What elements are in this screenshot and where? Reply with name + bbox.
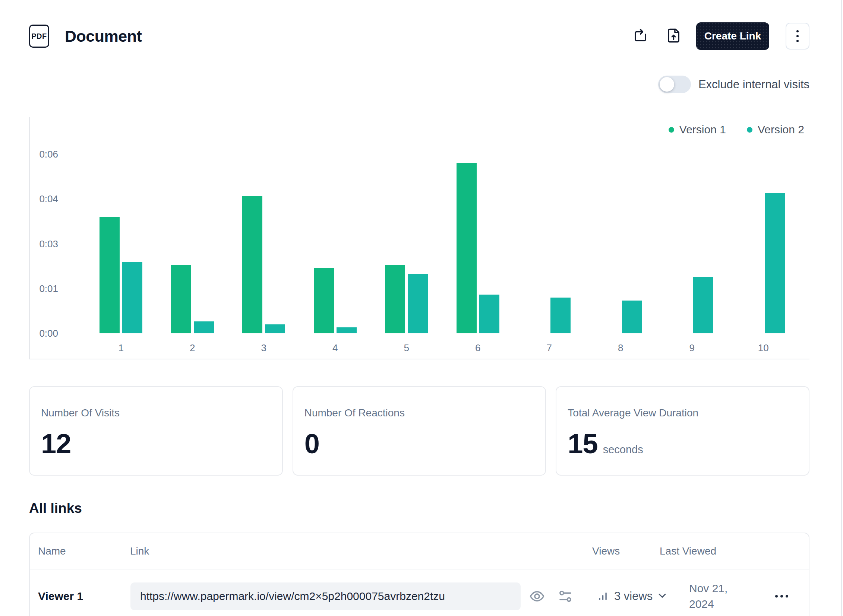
toggle-thumb <box>660 77 674 92</box>
bar-version-2-page-2[interactable] <box>194 321 214 333</box>
stat-value: 12 <box>41 428 71 460</box>
preview-link-button[interactable] <box>529 588 545 604</box>
column-header-last-viewed: Last Viewed <box>660 545 716 557</box>
y-axis-tick-label: 0:00 <box>30 328 58 339</box>
x-axis-tick-label: 2 <box>177 342 207 354</box>
bar-version-2-page-10[interactable] <box>765 193 785 333</box>
all-links-heading: All links <box>29 500 82 516</box>
bar-version-1-page-6[interactable] <box>456 163 477 333</box>
bar-version-1-page-3[interactable] <box>242 196 262 333</box>
stat-card-reactions: Number Of Reactions 0 <box>293 386 546 475</box>
stat-label: Number Of Reactions <box>305 407 534 419</box>
x-axis-tick-label: 5 <box>392 342 422 354</box>
y-axis-tick-label: 0:04 <box>30 193 58 205</box>
bar-version-1-page-5[interactable] <box>385 265 405 333</box>
bar-version-1-page-4[interactable] <box>314 268 334 333</box>
link-url-pill[interactable]: https://www.papermark.io/view/cm2×5p2h00… <box>131 582 521 610</box>
document-analytics-page: PDF Document <box>0 0 843 616</box>
scrollbar-track[interactable] <box>841 0 842 616</box>
y-axis-tick-label: 0:03 <box>30 238 58 250</box>
y-axis-tick-label: 0:06 <box>30 149 58 160</box>
x-axis-tick-label: 1 <box>106 342 136 354</box>
bar-version-2-page-6[interactable] <box>479 295 499 333</box>
links-table: Name Link Views Last Viewed Viewer 1 htt… <box>29 532 809 616</box>
views-dropdown[interactable]: 3 views <box>597 589 668 603</box>
bar-version-1-page-1[interactable] <box>100 217 120 333</box>
header-actions: Create Link <box>633 22 809 50</box>
x-axis-tick-label: 9 <box>677 342 707 354</box>
y-axis-tick-label: 0:01 <box>30 283 58 295</box>
ellipsis-icon <box>775 595 791 597</box>
pdf-file-type-badge: PDF <box>29 25 49 48</box>
view-duration-chart: Version 1 Version 2 0:000:010:030:040:06… <box>29 117 809 359</box>
bar-version-2-page-3[interactable] <box>265 324 285 333</box>
bar-version-2-page-5[interactable] <box>408 274 428 333</box>
page-header: PDF Document <box>29 22 809 51</box>
bar-version-2-page-7[interactable] <box>550 298 571 333</box>
x-axis-tick-label: 6 <box>463 342 493 354</box>
page-title: Document <box>65 27 141 45</box>
bar-version-1-page-2[interactable] <box>171 265 191 333</box>
x-axis-tick-label: 8 <box>606 342 636 354</box>
stat-value-suffix: seconds <box>603 444 643 456</box>
exclude-internal-visits-row: Exclude internal visits <box>658 76 809 93</box>
x-axis-tick-label: 7 <box>534 342 564 354</box>
last-viewed-date: Nov 21, 2024 <box>689 581 727 612</box>
exclude-internal-visits-label: Exclude internal visits <box>699 78 809 91</box>
column-header-name: Name <box>38 545 66 557</box>
x-axis-tick-label: 3 <box>249 342 279 354</box>
link-row: Viewer 1 https://www.papermark.io/view/c… <box>30 569 809 616</box>
column-header-link: Link <box>130 545 149 557</box>
stat-value: 15 <box>568 428 597 460</box>
stat-card-visits: Number Of Visits 12 <box>29 386 283 475</box>
kebab-menu-icon <box>796 29 799 44</box>
chart-plot-area: 0:000:010:030:040:0612345678910 <box>30 117 809 359</box>
bar-version-2-page-1[interactable] <box>122 262 142 333</box>
exclude-internal-visits-toggle[interactable] <box>658 76 691 93</box>
chevron-down-icon <box>656 590 668 603</box>
bar-chart-icon <box>597 589 610 603</box>
stat-label: Number Of Visits <box>41 407 271 419</box>
file-upload-icon <box>666 28 681 44</box>
column-header-views: Views <box>592 545 620 557</box>
date-line-1: Nov 21, <box>689 582 727 594</box>
create-link-label: Create Link <box>704 30 761 42</box>
upload-new-version-button[interactable] <box>666 28 681 44</box>
update-document-button[interactable] <box>633 28 648 44</box>
settings-sliders-icon <box>558 588 573 604</box>
x-axis-tick-label: 10 <box>748 342 778 354</box>
pdf-badge-label: PDF <box>31 32 47 41</box>
views-count: 3 views <box>614 590 653 603</box>
link-url-text: https://www.papermark.io/view/cm2×5p2h00… <box>140 590 445 603</box>
link-settings-button[interactable] <box>558 588 573 604</box>
more-options-button[interactable] <box>786 23 809 50</box>
stat-card-avg-duration: Total Average View Duration 15 seconds <box>556 386 809 475</box>
date-line-2: 2024 <box>689 598 714 610</box>
stats-cards-row: Number Of Visits 12 Number Of Reactions … <box>29 386 809 475</box>
stat-label: Total Average View Duration <box>568 407 797 419</box>
eye-icon <box>529 588 545 604</box>
links-table-header: Name Link Views Last Viewed <box>30 533 809 569</box>
refresh-icon <box>633 28 648 44</box>
bar-version-2-page-8[interactable] <box>622 301 642 333</box>
stat-value: 0 <box>305 428 319 460</box>
row-actions-button[interactable] <box>775 595 791 597</box>
bar-version-2-page-9[interactable] <box>693 277 713 333</box>
x-axis-tick-label: 4 <box>320 342 350 354</box>
create-link-button[interactable]: Create Link <box>696 22 769 50</box>
link-name: Viewer 1 <box>38 590 83 603</box>
header-left: PDF Document <box>29 25 141 48</box>
bar-version-2-page-4[interactable] <box>337 327 357 333</box>
